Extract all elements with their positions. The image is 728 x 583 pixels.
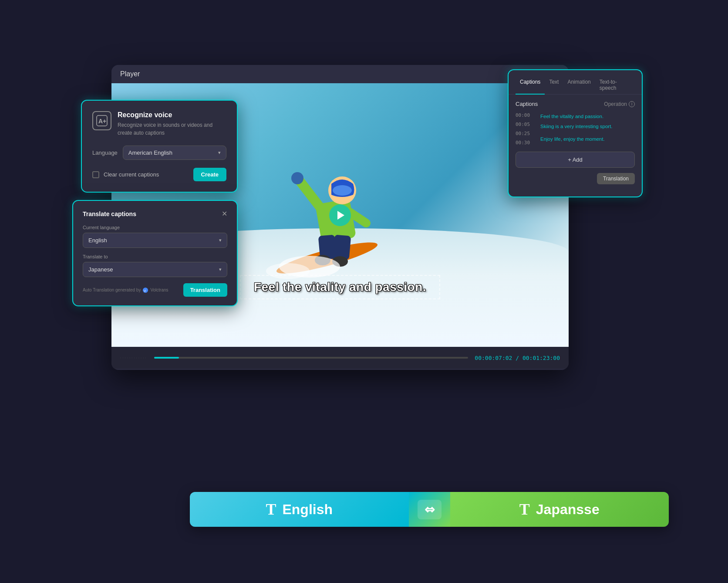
svg-text:A+: A+ xyxy=(98,118,106,125)
recognize-voice-panel: A+ Recognize voice Recognize voice in so… xyxy=(81,100,238,193)
cap-time-2: 00:05 xyxy=(516,122,535,127)
add-button[interactable]: + Add xyxy=(516,152,635,168)
captions-panel: Captions Text Animation Text-to-speech C… xyxy=(508,69,643,197)
translation-tag-button[interactable]: Translation xyxy=(597,173,635,184)
translation-button[interactable]: Translation xyxy=(183,283,227,297)
timeline-dots: ············ xyxy=(120,356,148,360)
translation-arrow-icon: ⇔ xyxy=(418,500,442,519)
volctrans-credit: Auto Translation generated by V Volctran… xyxy=(83,287,169,293)
english-t-icon: T xyxy=(266,500,276,519)
svg-point-3 xyxy=(333,185,352,196)
captions-section-label: Captions xyxy=(516,101,538,107)
play-icon xyxy=(337,211,344,220)
chevron-down-icon: ▾ xyxy=(218,150,221,156)
player-title: Player xyxy=(120,70,140,78)
translation-banner: T English ⇔ T Japansse xyxy=(190,492,669,527)
tab-animation[interactable]: Animation xyxy=(563,76,595,95)
recognize-info: Recognize voice Recognize voice in sound… xyxy=(118,111,226,137)
tab-text[interactable]: Text xyxy=(545,76,563,95)
play-button[interactable] xyxy=(329,204,351,226)
checkbox-row: Clear current captions Create xyxy=(92,168,226,181)
recognize-desc: Recognize voice in sounds or videos and … xyxy=(118,121,226,137)
cap-time-3: 00:25 xyxy=(516,131,535,136)
info-icon: i xyxy=(629,101,635,107)
translate-to-label: Translate to xyxy=(83,254,227,259)
recognize-header: A+ Recognize voice Recognize voice in so… xyxy=(92,111,226,137)
language-label: Language xyxy=(92,149,118,156)
chevron-down-icon-2: ▾ xyxy=(219,237,222,243)
translate-title: Translate captions xyxy=(83,210,136,217)
current-lang-label: Current language xyxy=(83,225,227,230)
translation-footer: Translation xyxy=(516,173,635,190)
svg-rect-8 xyxy=(333,234,351,260)
cap-row-header: Captions Operation i xyxy=(516,101,635,107)
svg-line-4 xyxy=(299,180,320,208)
recognize-title: Recognize voice xyxy=(118,111,226,119)
current-language-value: English xyxy=(88,237,107,244)
banner-japanese-label: Japansse xyxy=(536,502,600,518)
japanese-t-icon: T xyxy=(519,500,530,519)
chevron-down-icon-3: ▾ xyxy=(219,267,222,272)
caption-text: Feel the vitality and passion. xyxy=(254,280,426,294)
language-value: American English xyxy=(128,149,172,156)
language-row: Language American English ▾ xyxy=(92,146,226,160)
translate-to-value: Japanese xyxy=(88,266,113,273)
translate-to-select[interactable]: Japanese ▾ xyxy=(83,262,227,277)
svg-point-6 xyxy=(291,172,303,184)
banner-right: T Japansse xyxy=(450,492,669,527)
banner-english-label: English xyxy=(282,502,333,518)
cap-time-4: 00:30 xyxy=(516,140,535,146)
caption-entries: 00:00 00:05 00:25 00:30 Feel the vitalit… xyxy=(516,112,635,146)
close-icon[interactable]: ✕ xyxy=(222,210,227,218)
time-display: 00:00:07:02 / 00:01:23:00 xyxy=(475,355,560,361)
cap-entry-1[interactable]: Feel the vitality and passion. xyxy=(540,112,613,120)
timeline-bar: ············ 00:00:07:02 / 00:01:23:00 xyxy=(111,347,569,369)
tab-captions[interactable]: Captions xyxy=(516,76,545,95)
create-button[interactable]: Create xyxy=(193,168,226,181)
svg-text:V: V xyxy=(144,289,146,293)
timeline-track[interactable] xyxy=(154,357,468,359)
language-select[interactable]: American English ▾ xyxy=(123,146,226,160)
banner-left: T English xyxy=(190,492,409,527)
caption-texts: Feel the vitality and passion. Skiing is… xyxy=(540,112,613,146)
cap-entry-4[interactable]: Enjoy life, enjoy the moment. xyxy=(540,135,613,143)
recognize-icon: A+ xyxy=(92,111,111,130)
caption-overlay: Feel the vitality and passion. xyxy=(240,275,440,299)
translate-captions-panel: Translate captions ✕ Current language En… xyxy=(72,200,238,306)
cap-time-1: 00:00 xyxy=(516,112,535,118)
timeline-progress xyxy=(154,357,179,359)
tab-tts[interactable]: Text-to-speech xyxy=(595,76,635,95)
clear-captions-label: Clear current captions xyxy=(104,171,159,178)
caption-times: 00:00 00:05 00:25 00:30 xyxy=(516,112,535,146)
cap-entry-2[interactable]: Skiing is a very interesting sport. xyxy=(540,122,613,130)
player-titlebar: Player xyxy=(111,65,569,83)
current-language-select[interactable]: English ▾ xyxy=(83,233,227,248)
operation-label: Operation i xyxy=(604,101,635,107)
translate-header: Translate captions ✕ xyxy=(83,210,227,218)
captions-body: Captions Operation i 00:00 00:05 00:25 0… xyxy=(509,95,642,197)
translate-footer: Auto Translation generated by V Volctran… xyxy=(83,283,227,297)
captions-tabs: Captions Text Animation Text-to-speech xyxy=(509,70,642,95)
clear-captions-checkbox[interactable] xyxy=(92,171,99,178)
